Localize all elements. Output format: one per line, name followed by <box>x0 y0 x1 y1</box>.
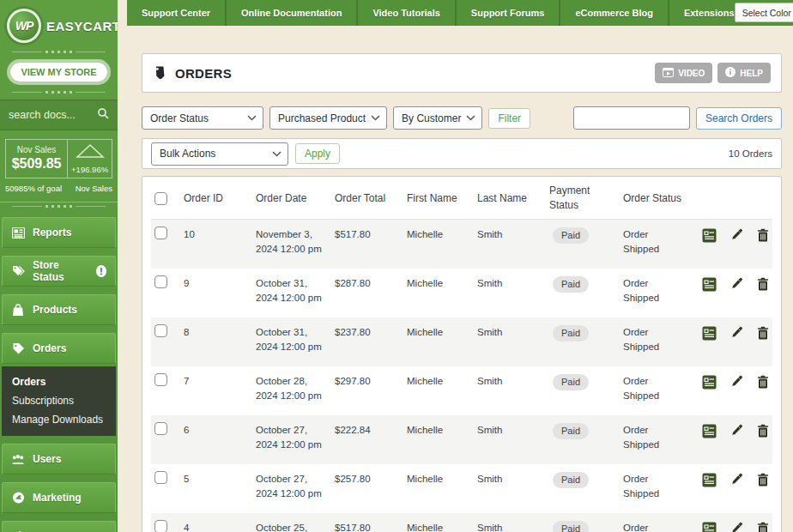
view-order-icon[interactable] <box>702 277 717 292</box>
edit-order-icon[interactable] <box>730 424 743 437</box>
dots-divider <box>0 48 118 56</box>
sidebar-item-marketing[interactable]: Marketing <box>2 482 116 513</box>
select-color-button[interactable]: Select Color <box>735 3 793 22</box>
column-header-order-total: Order Total <box>331 189 403 208</box>
edit-order-icon[interactable] <box>730 228 743 241</box>
sidebar-item-label: Marketing <box>33 492 82 504</box>
top-navigation-bar: Support CenterOnline DocumentationVideo … <box>127 0 793 26</box>
sales-change: +196.96% <box>71 165 108 174</box>
edit-order-icon[interactable] <box>730 522 743 532</box>
row-checkbox[interactable] <box>154 324 167 337</box>
row-checkbox[interactable] <box>154 275 167 288</box>
row-checkbox[interactable] <box>154 471 167 484</box>
sidebar-item-reports[interactable]: Reports <box>2 217 116 248</box>
order-date-cell: October 25, 2024 12:00 pm <box>256 521 324 532</box>
column-header-first-name: First Name <box>403 189 474 208</box>
order-id-cell: 8 <box>180 317 252 345</box>
row-checkbox[interactable] <box>154 422 167 435</box>
apply-button[interactable]: Apply <box>295 143 340 164</box>
sales-amount-cell: Nov Sales $509.85 <box>6 140 68 178</box>
view-order-icon[interactable] <box>702 473 717 487</box>
order-status-select[interactable]: Order Status <box>142 106 263 130</box>
orders-table-panel: Order IDOrder DateOrder TotalFirst NameL… <box>142 176 782 532</box>
view-order-icon[interactable] <box>702 326 717 341</box>
first-name-cell: Michelle <box>403 269 474 296</box>
payment-status-badge: Paid <box>553 325 589 342</box>
view-order-icon[interactable] <box>702 375 717 390</box>
last-name-cell: Smith <box>474 464 546 492</box>
bulk-actions-select[interactable]: Bulk Actions <box>151 142 288 166</box>
view-my-store-button[interactable]: VIEW MY STORE <box>7 59 110 85</box>
sidebar-item-products[interactable]: Products <box>2 294 116 325</box>
sidebar-item-users[interactable]: Users <box>2 444 116 475</box>
table-row: 4October 25, 2024 12:00 pm$517.80Michell… <box>151 513 772 532</box>
video-icon <box>663 68 674 79</box>
delete-order-icon[interactable] <box>757 277 769 291</box>
topbar-tab-support-forums[interactable]: Support Forums <box>457 0 561 26</box>
topbar-tab-support-center[interactable]: Support Center <box>127 0 227 26</box>
submenu-item-manage-downloads[interactable]: Manage Downloads <box>12 410 116 429</box>
sidebar-item-orders[interactable]: Orders <box>2 333 116 364</box>
row-checkbox[interactable] <box>154 520 167 532</box>
view-order-icon[interactable] <box>702 228 717 243</box>
actions-column-header <box>699 195 772 202</box>
sales-trend-cell: +196.96% <box>68 140 112 178</box>
search-icon[interactable] <box>97 107 109 123</box>
delete-order-icon[interactable] <box>757 228 769 242</box>
order-id-cell: 10 <box>180 220 252 247</box>
search-orders-input[interactable] <box>573 106 690 130</box>
sidebar-menu: ReportsStore Status!ProductsOrdersOrders… <box>0 217 118 532</box>
delete-order-icon[interactable] <box>757 522 769 532</box>
topbar-tab-video-tutorials[interactable]: Video Tutorials <box>358 0 456 26</box>
order-date-cell: October 31, 2024 12:00 pm <box>256 325 324 355</box>
purchased-product-select[interactable]: Purchased Product <box>269 106 387 130</box>
order-status-cell: Order Shipped <box>623 521 668 532</box>
view-order-icon[interactable] <box>702 424 717 438</box>
order-id-cell: 9 <box>180 269 252 296</box>
delete-order-icon[interactable] <box>757 326 769 340</box>
docs-search <box>0 100 118 130</box>
edit-order-icon[interactable] <box>730 326 743 339</box>
by-customer-select[interactable]: By Customer <box>393 106 482 130</box>
sidebar-item-label: Orders <box>33 342 66 354</box>
delete-order-icon[interactable] <box>757 424 769 438</box>
edit-order-icon[interactable] <box>730 375 743 388</box>
order-date-cell: October 28, 2024 12:00 pm <box>256 374 324 404</box>
video-button[interactable]: VIDEO <box>655 63 712 83</box>
order-total-cell: $517.80 <box>331 513 403 532</box>
delete-order-icon[interactable] <box>757 375 769 389</box>
topbar-tab-online-documentation[interactable]: Online Documentation <box>227 0 358 26</box>
submenu-item-subscriptions[interactable]: Subscriptions <box>12 391 116 410</box>
chevron-down-icon <box>272 151 281 157</box>
bag-icon <box>11 303 25 317</box>
help-button[interactable]: HELP <box>717 63 771 83</box>
edit-order-icon[interactable] <box>730 277 743 290</box>
column-header-order-date: Order Date <box>252 189 331 208</box>
bulk-actions-panel: Bulk Actions Apply 10 Orders <box>142 138 782 169</box>
topbar-tab-ecommerce-blog[interactable]: eCommerce Blog <box>560 0 669 26</box>
delete-order-icon[interactable] <box>757 473 769 487</box>
sales-amount: $509.85 <box>9 156 64 172</box>
table-body: 10November 3, 2024 12:00 pm$517.80Michel… <box>151 220 772 532</box>
trend-up-icon <box>76 143 105 162</box>
search-orders-button[interactable]: Search Orders <box>696 107 782 130</box>
payment-status-badge: Paid <box>553 521 589 532</box>
submenu-item-orders[interactable]: Orders <box>12 372 116 391</box>
goal-percent: 50985% of goal <box>5 184 62 193</box>
table-row: 7October 28, 2024 12:00 pm$297.80Michell… <box>151 366 772 415</box>
last-name-cell: Smith <box>474 366 546 394</box>
sidebar-item-store-status[interactable]: Store Status! <box>2 256 116 287</box>
docs-search-input[interactable] <box>9 109 94 121</box>
row-checkbox[interactable] <box>154 373 167 386</box>
view-order-icon[interactable] <box>702 522 717 532</box>
select-all-checkbox[interactable] <box>154 192 167 205</box>
order-id-cell: 4 <box>180 513 252 532</box>
row-checkbox[interactable] <box>154 227 167 239</box>
table-row: 8October 31, 2024 12:00 pm$237.80Michell… <box>151 317 772 366</box>
column-header-payment-status: Payment Status <box>546 180 620 215</box>
edit-order-icon[interactable] <box>730 473 743 486</box>
sidebar-item-label: Products <box>33 304 77 316</box>
sidebar-item-settings[interactable]: Settings <box>2 521 116 532</box>
dots-divider <box>0 203 118 210</box>
filter-button[interactable]: Filter <box>488 108 530 129</box>
